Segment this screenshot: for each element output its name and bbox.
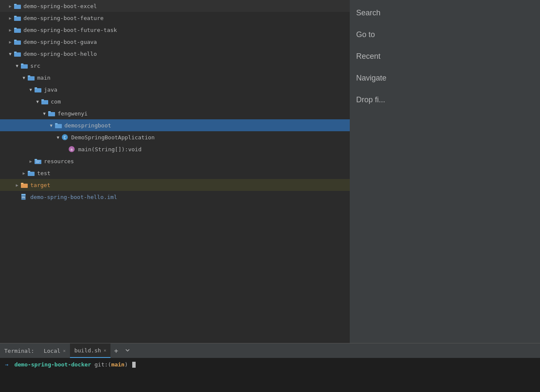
tree-item-com[interactable]: ▼ com [0, 95, 350, 107]
svg-rect-1 [14, 4, 17, 5]
arrow-icon: ▶ [7, 4, 14, 9]
prompt-arrow: → [5, 361, 9, 368]
svg-rect-5 [14, 28, 17, 29]
tree-item-main[interactable]: ▼ main [0, 72, 350, 84]
terminal-cursor [132, 362, 136, 368]
terminal-tab-build-sh-label: build.sh [74, 347, 101, 354]
folder-icon [48, 110, 55, 116]
svg-text:IML: IML [21, 196, 25, 199]
item-label: DemoSpringBootApplication [71, 134, 155, 141]
svg-rect-30 [28, 172, 35, 176]
svg-rect-4 [14, 29, 21, 33]
terminal-tab-local-close[interactable]: × [63, 348, 66, 354]
svg-rect-0 [14, 5, 21, 9]
item-label: demo-spring-boot-feature [23, 15, 104, 21]
method-icon: m [68, 146, 76, 153]
item-label: test [37, 170, 50, 176]
terminal-tab-build-sh-close[interactable]: × [104, 348, 107, 353]
svg-rect-14 [35, 88, 41, 92]
arrow-expanded-icon: ▼ [7, 52, 14, 56]
svg-rect-26 [35, 160, 41, 164]
recent-item[interactable]: Recent [356, 52, 534, 61]
folder-icon [41, 98, 49, 104]
item-label: demo-spring-boot-excel [23, 3, 97, 9]
arrow-expanded-icon: ▼ [41, 111, 48, 116]
svg-rect-35 [21, 194, 26, 195]
class-icon: C [61, 134, 69, 141]
item-label: demo-spring-boot-hello [23, 51, 97, 57]
tree-item-future-task[interactable]: ▶ demo-spring-boot-future-task [0, 24, 350, 36]
svg-rect-27 [35, 159, 37, 160]
item-label: demo-spring-boot-future-task [23, 27, 117, 33]
tree-item-test[interactable]: ▶ test [0, 167, 350, 179]
arrow-expanded-icon: ▼ [14, 63, 20, 68]
search-item[interactable]: Search [356, 9, 534, 17]
folder-icon [20, 63, 28, 69]
item-label: resources [44, 158, 74, 164]
terminal-label: Terminal: [4, 348, 34, 354]
iml-file-icon: IML [20, 194, 28, 200]
tree-item-resources[interactable]: ▶ resources [0, 155, 350, 167]
arrow-icon: ▶ [7, 40, 14, 44]
terminal-content: → demo-spring-boot-docker git:(main) [0, 358, 540, 392]
tree-item-fengwenyi[interactable]: ▼ fengwenyi [0, 107, 350, 119]
file-tree: ▶ demo-spring-boot-excel ▶ demo-spring-b… [0, 0, 350, 343]
navigate-item[interactable]: Navigate [356, 74, 534, 83]
svg-rect-20 [55, 124, 62, 128]
terminal-dropdown-button[interactable] [122, 348, 134, 354]
svg-text:m: m [71, 148, 73, 152]
svg-rect-33 [21, 183, 23, 184]
tree-item-excel[interactable]: ▶ demo-spring-boot-excel [0, 0, 350, 12]
svg-rect-16 [41, 100, 48, 104]
tree-item-target[interactable]: ▶ target [0, 179, 350, 191]
dropfile-item: Drop fi... [356, 95, 534, 104]
arrow-icon: ▶ [27, 159, 34, 164]
tree-item-demospringboot[interactable]: ▼ demospringboot [0, 119, 350, 131]
svg-rect-13 [28, 75, 30, 77]
prompt-git-close: ) [125, 361, 128, 368]
svg-rect-10 [21, 64, 28, 69]
folder-icon [27, 170, 35, 176]
item-label: target [30, 182, 50, 188]
tree-item-feature[interactable]: ▶ demo-spring-boot-feature [0, 12, 350, 24]
item-label: java [44, 86, 57, 93]
arrow-expanded-icon: ▼ [27, 87, 34, 92]
item-label: src [30, 63, 40, 69]
svg-rect-15 [35, 87, 37, 89]
arrow-expanded-icon: ▼ [55, 135, 61, 140]
folder-icon [55, 122, 62, 128]
item-label: fengwenyi [58, 110, 87, 117]
tree-item-demo-class[interactable]: ▼ C DemoSpringBootApplication [0, 131, 350, 143]
arrow-expanded-icon: ▼ [20, 75, 27, 80]
tree-item-iml[interactable]: IML demo-spring-boot-hello.iml [0, 191, 350, 203]
svg-rect-2 [14, 17, 21, 21]
tree-item-java[interactable]: ▼ java [0, 84, 350, 95]
svg-rect-11 [21, 63, 23, 65]
tree-item-src[interactable]: ▼ src [0, 60, 350, 72]
folder-icon [14, 15, 21, 21]
svg-rect-21 [55, 123, 58, 124]
tree-item-guava[interactable]: ▶ demo-spring-boot-guava [0, 36, 350, 48]
prompt-git-label: git:( [95, 361, 111, 368]
prompt-path: demo-spring-boot-docker [15, 361, 91, 368]
arrow-icon: ▶ [20, 171, 27, 176]
svg-rect-3 [14, 16, 17, 17]
svg-rect-7 [14, 40, 17, 41]
tree-item-main-method[interactable]: m main(String[]):void [0, 143, 350, 155]
arrow-expanded-icon: ▼ [48, 123, 55, 128]
folder-icon [34, 158, 42, 164]
svg-rect-31 [28, 171, 30, 172]
terminal-add-button[interactable]: + [110, 347, 122, 355]
goto-item[interactable]: Go to [356, 30, 534, 39]
terminal-tab-local[interactable]: Local × [39, 343, 70, 358]
item-label: main [37, 75, 50, 81]
folder-icon [27, 75, 35, 81]
terminal-tab-local-label: Local [44, 348, 60, 354]
svg-rect-19 [48, 111, 51, 112]
terminal-tab-build-sh[interactable]: build.sh × [70, 343, 110, 358]
terminal-prompt: → demo-spring-boot-docker git:(main) [5, 361, 136, 368]
folder-icon [14, 3, 21, 9]
arrow-icon: ▶ [7, 16, 14, 20]
tree-item-hello[interactable]: ▼ demo-spring-boot-hello [0, 48, 350, 60]
svg-rect-32 [21, 184, 28, 188]
